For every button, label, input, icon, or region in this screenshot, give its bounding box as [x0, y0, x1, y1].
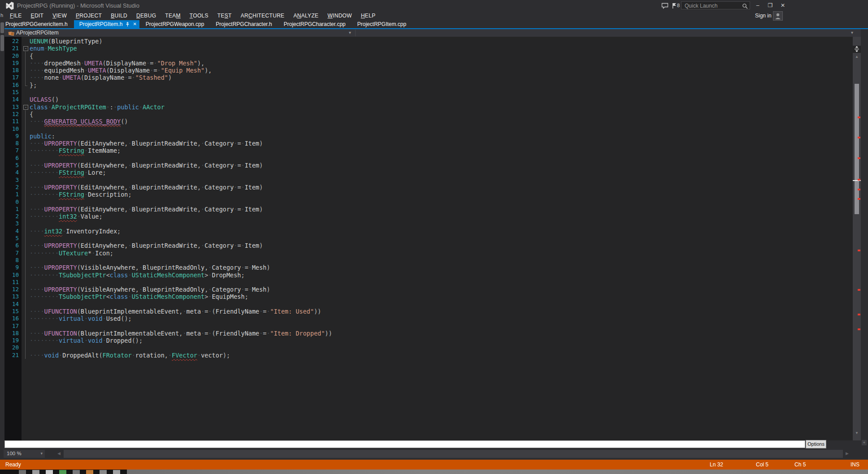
- fold-margin: [22, 235, 30, 242]
- navbar-type-name[interactable]: AProjectRPGItem: [16, 30, 59, 36]
- fold-margin: [22, 198, 30, 206]
- line-number: 5: [4, 162, 22, 169]
- menu-item-test[interactable]: TEST: [213, 12, 236, 20]
- scroll-down-arrow[interactable]: ▼: [853, 430, 861, 436]
- title-bar: ProjectRPG (Running) - Microsoft Visual …: [0, 0, 868, 12]
- vertical-scrollbar[interactable]: ▲ ▼: [853, 37, 861, 440]
- close-button[interactable]: ✕: [777, 1, 788, 10]
- horizontal-scrollbar[interactable]: [64, 450, 843, 458]
- notification-count[interactable]: 8: [677, 3, 680, 8]
- code-line: 11····GENERATED_UCLASS_BODY(): [4, 118, 853, 125]
- taskbar[interactable]: [0, 470, 868, 474]
- menu-item-window[interactable]: WINDOW: [323, 12, 356, 20]
- menu-item-help[interactable]: HELP: [356, 12, 380, 20]
- code-text: ····equipedMesh·UMETA(DisplayName·=·"Equ…: [30, 67, 212, 74]
- editor-bottom-bar: 100 % ▾ ◀ ▶: [0, 448, 868, 460]
- autohide-handle[interactable]: [0, 35, 4, 51]
- splitter-grip-icon[interactable]: [853, 46, 861, 53]
- fold-collapse-icon[interactable]: [22, 45, 30, 52]
- scroll-right-arrow[interactable]: ▶: [846, 451, 849, 456]
- minimize-button[interactable]: –: [752, 1, 763, 10]
- autohide-tab[interactable]: h: [0, 13, 3, 18]
- scroll-left-arrow[interactable]: ◀: [57, 451, 61, 456]
- navbar-divider: [355, 30, 356, 36]
- search-icon[interactable]: [742, 3, 748, 11]
- code-line: 6: [4, 155, 853, 162]
- menu-item-file[interactable]: FILE: [5, 12, 26, 20]
- taskbar-icon[interactable]: [100, 470, 107, 474]
- taskbar-icon[interactable]: [73, 470, 80, 474]
- tab-projectrpggenericitem.h[interactable]: ProjectRPGGenericItem.h: [0, 20, 73, 28]
- menu-item-edit[interactable]: EDIT: [26, 12, 48, 20]
- line-number: 11: [4, 118, 22, 125]
- menu-item-team[interactable]: TEAM: [161, 12, 185, 20]
- sign-in-avatar-icon[interactable]: [773, 11, 783, 21]
- navigation-bar[interactable]: AProjectRPGItem ▾ ▾: [4, 29, 861, 37]
- restore-button[interactable]: ❐: [765, 1, 776, 10]
- menu-item-analyze[interactable]: ANALYZE: [289, 12, 323, 20]
- fold-margin: [22, 125, 30, 133]
- fold-margin: [22, 293, 30, 300]
- taskbar-icon[interactable]: [19, 470, 26, 474]
- code-line: 7········FString·ItemName;: [4, 147, 853, 154]
- scroll-up-arrow[interactable]: ▲: [853, 54, 861, 60]
- tab-strip: ProjectRPGGenericItem.hProjectRPGItem.h✕…: [0, 20, 868, 28]
- chevron-down-icon[interactable]: ▾: [851, 30, 853, 35]
- code-line: 3: [4, 220, 853, 227]
- fold-margin: [22, 330, 30, 337]
- taskbar-icon[interactable]: [59, 470, 66, 474]
- feedback-bubble-icon[interactable]: [661, 3, 668, 11]
- line-number: 19: [4, 60, 22, 67]
- menu-item-tools[interactable]: TOOLS: [185, 12, 213, 20]
- scrollbar-thumb[interactable]: [855, 84, 859, 214]
- fold-margin: [22, 82, 30, 89]
- visual-studio-logo-icon: [5, 2, 14, 10]
- tab-projectrpgcharacter.h[interactable]: ProjectRPGCharacter.h: [210, 20, 277, 28]
- code-text: ····UPROPERTY(EditAnywhere,·BlueprintRea…: [30, 162, 263, 169]
- taskbar-icon[interactable]: [46, 470, 53, 474]
- visual-studio-window: ProjectRPG (Running) - Microsoft Visual …: [0, 0, 868, 474]
- code-line: 16········virtual·void·Used();: [4, 315, 853, 322]
- notifications-flag-icon[interactable]: [672, 3, 677, 11]
- tab-projectrpgcharacter.cpp[interactable]: ProjectRPGCharacter.cpp: [278, 20, 351, 28]
- zoom-select[interactable]: 100 % ▾: [4, 450, 45, 458]
- taskbar-icon[interactable]: [32, 470, 39, 474]
- fold-margin: [22, 344, 30, 351]
- tab-projectrpgitem.h[interactable]: ProjectRPGItem.h✕: [74, 20, 139, 28]
- options-button[interactable]: Options: [806, 440, 826, 448]
- autohide-handle[interactable]: [0, 22, 4, 33]
- menu-item-debug[interactable]: DEBUG: [132, 12, 161, 20]
- code-editor[interactable]: 22UENUM(BlueprintType)21enum·MeshType20{…: [4, 37, 853, 440]
- code-text: ····none·UMETA(DisplayName·=·"Stashed"): [30, 74, 172, 81]
- tab-row: ProjectRPGGenericItem.hProjectRPGItem.h✕…: [0, 20, 868, 28]
- tab-projectrpgitem.cpp[interactable]: ProjectRPGItem.cpp: [352, 20, 412, 28]
- fold-margin: [22, 264, 30, 271]
- split-corner-icon[interactable]: +: [862, 440, 867, 445]
- chevron-down-icon[interactable]: ▾: [349, 30, 351, 35]
- tab-projectrpgweapon.cpp[interactable]: ProjectRPGWeapon.cpp: [140, 20, 210, 28]
- tab-label: ProjectRPGWeapon.cpp: [146, 20, 204, 28]
- code-text: ····UFUNCTION(BlueprintImplementableEven…: [30, 330, 332, 337]
- menu-item-architecture[interactable]: ARCHITECTURE: [236, 12, 289, 20]
- line-number: 9: [4, 264, 22, 271]
- fold-margin: [22, 250, 30, 257]
- pin-icon[interactable]: [126, 22, 130, 27]
- menu-item-project[interactable]: PROJECT: [71, 12, 106, 20]
- code-line: 9····UPROPERTY(VisibleAnywhere,·Blueprin…: [4, 264, 853, 271]
- fold-margin: [22, 323, 30, 330]
- code-line: 5····UPROPERTY(EditAnywhere,·BlueprintRe…: [4, 162, 853, 169]
- menu-item-build[interactable]: BUILD: [106, 12, 132, 20]
- close-tab-icon[interactable]: ✕: [133, 20, 136, 28]
- error-mark: [858, 198, 860, 200]
- code-text: ········FString·ItemName;: [30, 147, 121, 154]
- taskbar-icon[interactable]: [113, 470, 120, 474]
- quick-launch-box[interactable]: Quick Launch: [681, 1, 750, 9]
- vim-command-bar[interactable]: [4, 440, 805, 448]
- fold-collapse-icon[interactable]: [22, 103, 30, 111]
- fold-margin: [22, 89, 30, 96]
- menu-item-view[interactable]: VIEW: [48, 12, 71, 20]
- taskbar-icon[interactable]: [86, 470, 93, 474]
- error-mark: [858, 189, 860, 190]
- fold-margin: [22, 162, 30, 169]
- sign-in-link[interactable]: Sign in: [755, 13, 772, 19]
